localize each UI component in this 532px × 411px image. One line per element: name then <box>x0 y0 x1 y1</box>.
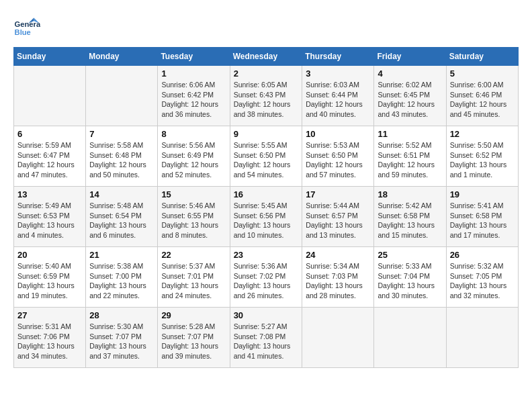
weekday-header-monday: Monday <box>86 48 158 66</box>
day-number: 14 <box>89 189 154 199</box>
day-number: 21 <box>89 250 154 260</box>
page-header: General Blue <box>13 13 519 40</box>
calendar-day-21: 21Sunrise: 5:38 AM Sunset: 7:00 PM Dayli… <box>86 247 158 308</box>
day-info: Sunrise: 5:56 AM Sunset: 6:49 PM Dayligh… <box>161 140 226 180</box>
calendar-day-25: 25Sunrise: 5:33 AM Sunset: 7:04 PM Dayli… <box>374 247 446 308</box>
calendar-day-3: 3Sunrise: 6:03 AM Sunset: 6:44 PM Daylig… <box>302 66 374 126</box>
day-number: 24 <box>306 250 370 260</box>
calendar-day-20: 20Sunrise: 5:40 AM Sunset: 6:59 PM Dayli… <box>14 247 86 308</box>
day-number: 19 <box>450 189 515 199</box>
calendar-week-row: 20Sunrise: 5:40 AM Sunset: 6:59 PM Dayli… <box>14 247 519 308</box>
day-info: Sunrise: 6:02 AM Sunset: 6:45 PM Dayligh… <box>378 80 442 120</box>
day-info: Sunrise: 5:38 AM Sunset: 7:00 PM Dayligh… <box>89 261 154 301</box>
day-info: Sunrise: 5:41 AM Sunset: 6:58 PM Dayligh… <box>450 201 515 240</box>
calendar-week-row: 27Sunrise: 5:31 AM Sunset: 7:06 PM Dayli… <box>14 308 519 368</box>
day-info: Sunrise: 5:59 AM Sunset: 6:47 PM Dayligh… <box>17 140 82 180</box>
day-info: Sunrise: 5:27 AM Sunset: 7:08 PM Dayligh… <box>234 322 299 361</box>
calendar-empty-cell <box>446 308 518 368</box>
day-number: 29 <box>161 310 226 320</box>
day-number: 17 <box>306 189 370 199</box>
day-info: Sunrise: 5:40 AM Sunset: 6:59 PM Dayligh… <box>17 261 82 301</box>
weekday-header-sunday: Sunday <box>14 48 86 66</box>
calendar-day-2: 2Sunrise: 6:05 AM Sunset: 6:43 PM Daylig… <box>230 66 302 126</box>
day-info: Sunrise: 5:48 AM Sunset: 6:54 PM Dayligh… <box>89 201 154 240</box>
day-number: 16 <box>234 189 299 199</box>
day-number: 6 <box>17 129 82 139</box>
day-info: Sunrise: 5:58 AM Sunset: 6:48 PM Dayligh… <box>89 140 154 180</box>
day-number: 26 <box>450 250 515 260</box>
weekday-header-friday: Friday <box>374 48 446 66</box>
weekday-header-tuesday: Tuesday <box>158 48 230 66</box>
calendar-day-18: 18Sunrise: 5:42 AM Sunset: 6:58 PM Dayli… <box>374 187 446 247</box>
calendar-day-12: 12Sunrise: 5:50 AM Sunset: 6:52 PM Dayli… <box>446 126 518 187</box>
calendar-day-15: 15Sunrise: 5:46 AM Sunset: 6:55 PM Dayli… <box>158 187 230 247</box>
day-info: Sunrise: 5:52 AM Sunset: 6:51 PM Dayligh… <box>378 140 442 180</box>
calendar-day-23: 23Sunrise: 5:36 AM Sunset: 7:02 PM Dayli… <box>230 247 302 308</box>
day-info: Sunrise: 5:49 AM Sunset: 6:53 PM Dayligh… <box>17 201 82 240</box>
day-number: 27 <box>17 310 82 320</box>
calendar-day-27: 27Sunrise: 5:31 AM Sunset: 7:06 PM Dayli… <box>14 308 86 368</box>
day-number: 11 <box>378 129 442 139</box>
calendar-day-30: 30Sunrise: 5:27 AM Sunset: 7:08 PM Dayli… <box>230 308 302 368</box>
day-info: Sunrise: 5:45 AM Sunset: 6:56 PM Dayligh… <box>234 201 299 240</box>
day-number: 4 <box>378 68 442 79</box>
day-info: Sunrise: 5:46 AM Sunset: 6:55 PM Dayligh… <box>161 201 226 240</box>
calendar-day-17: 17Sunrise: 5:44 AM Sunset: 6:57 PM Dayli… <box>302 187 374 247</box>
calendar-day-6: 6Sunrise: 5:59 AM Sunset: 6:47 PM Daylig… <box>14 126 86 187</box>
calendar-day-19: 19Sunrise: 5:41 AM Sunset: 6:58 PM Dayli… <box>446 187 518 247</box>
calendar-table: SundayMondayTuesdayWednesdayThursdayFrid… <box>13 47 519 368</box>
day-info: Sunrise: 5:34 AM Sunset: 7:03 PM Dayligh… <box>306 261 370 301</box>
day-number: 9 <box>234 129 299 139</box>
calendar-day-22: 22Sunrise: 5:37 AM Sunset: 7:01 PM Dayli… <box>158 247 230 308</box>
day-number: 15 <box>161 189 226 199</box>
day-number: 10 <box>306 129 370 139</box>
weekday-header-wednesday: Wednesday <box>230 48 302 66</box>
calendar-day-5: 5Sunrise: 6:00 AM Sunset: 6:46 PM Daylig… <box>446 66 518 126</box>
day-number: 23 <box>234 250 299 260</box>
calendar-day-8: 8Sunrise: 5:56 AM Sunset: 6:49 PM Daylig… <box>158 126 230 187</box>
day-number: 8 <box>161 129 226 139</box>
weekday-header-saturday: Saturday <box>446 48 518 66</box>
svg-text:Blue: Blue <box>15 28 31 36</box>
calendar-day-1: 1Sunrise: 6:06 AM Sunset: 6:42 PM Daylig… <box>158 66 230 126</box>
calendar-header-row: SundayMondayTuesdayWednesdayThursdayFrid… <box>14 48 519 66</box>
day-info: Sunrise: 5:31 AM Sunset: 7:06 PM Dayligh… <box>17 322 82 361</box>
calendar-empty-cell <box>374 308 446 368</box>
calendar-empty-cell <box>86 66 158 126</box>
calendar-day-26: 26Sunrise: 5:32 AM Sunset: 7:05 PM Dayli… <box>446 247 518 308</box>
day-info: Sunrise: 5:32 AM Sunset: 7:05 PM Dayligh… <box>450 261 515 301</box>
calendar-week-row: 6Sunrise: 5:59 AM Sunset: 6:47 PM Daylig… <box>14 126 519 187</box>
day-number: 2 <box>234 68 299 79</box>
day-info: Sunrise: 6:03 AM Sunset: 6:44 PM Dayligh… <box>306 80 370 120</box>
day-info: Sunrise: 5:50 AM Sunset: 6:52 PM Dayligh… <box>450 140 515 180</box>
day-info: Sunrise: 5:53 AM Sunset: 6:50 PM Dayligh… <box>306 140 370 180</box>
logo: General Blue <box>13 13 40 40</box>
day-info: Sunrise: 5:33 AM Sunset: 7:04 PM Dayligh… <box>378 261 442 301</box>
calendar-day-14: 14Sunrise: 5:48 AM Sunset: 6:54 PM Dayli… <box>86 187 158 247</box>
day-number: 30 <box>234 310 299 320</box>
day-info: Sunrise: 5:28 AM Sunset: 7:07 PM Dayligh… <box>161 322 226 361</box>
calendar-day-29: 29Sunrise: 5:28 AM Sunset: 7:07 PM Dayli… <box>158 308 230 368</box>
calendar-day-11: 11Sunrise: 5:52 AM Sunset: 6:51 PM Dayli… <box>374 126 446 187</box>
day-number: 13 <box>17 189 82 199</box>
day-info: Sunrise: 5:37 AM Sunset: 7:01 PM Dayligh… <box>161 261 226 301</box>
day-number: 12 <box>450 129 515 139</box>
day-number: 1 <box>161 68 226 79</box>
day-number: 20 <box>17 250 82 260</box>
calendar-day-13: 13Sunrise: 5:49 AM Sunset: 6:53 PM Dayli… <box>14 187 86 247</box>
calendar-day-28: 28Sunrise: 5:30 AM Sunset: 7:07 PM Dayli… <box>86 308 158 368</box>
logo-icon: General Blue <box>13 13 40 40</box>
calendar-week-row: 1Sunrise: 6:06 AM Sunset: 6:42 PM Daylig… <box>14 66 519 126</box>
day-info: Sunrise: 5:55 AM Sunset: 6:50 PM Dayligh… <box>234 140 299 180</box>
day-number: 22 <box>161 250 226 260</box>
day-info: Sunrise: 6:00 AM Sunset: 6:46 PM Dayligh… <box>450 80 515 120</box>
calendar-day-16: 16Sunrise: 5:45 AM Sunset: 6:56 PM Dayli… <box>230 187 302 247</box>
day-number: 18 <box>378 189 442 199</box>
calendar-week-row: 13Sunrise: 5:49 AM Sunset: 6:53 PM Dayli… <box>14 187 519 247</box>
day-info: Sunrise: 5:30 AM Sunset: 7:07 PM Dayligh… <box>89 322 154 361</box>
day-info: Sunrise: 6:06 AM Sunset: 6:42 PM Dayligh… <box>161 80 226 120</box>
calendar-empty-cell <box>302 308 374 368</box>
calendar-day-4: 4Sunrise: 6:02 AM Sunset: 6:45 PM Daylig… <box>374 66 446 126</box>
day-info: Sunrise: 5:44 AM Sunset: 6:57 PM Dayligh… <box>306 201 370 240</box>
calendar-day-24: 24Sunrise: 5:34 AM Sunset: 7:03 PM Dayli… <box>302 247 374 308</box>
